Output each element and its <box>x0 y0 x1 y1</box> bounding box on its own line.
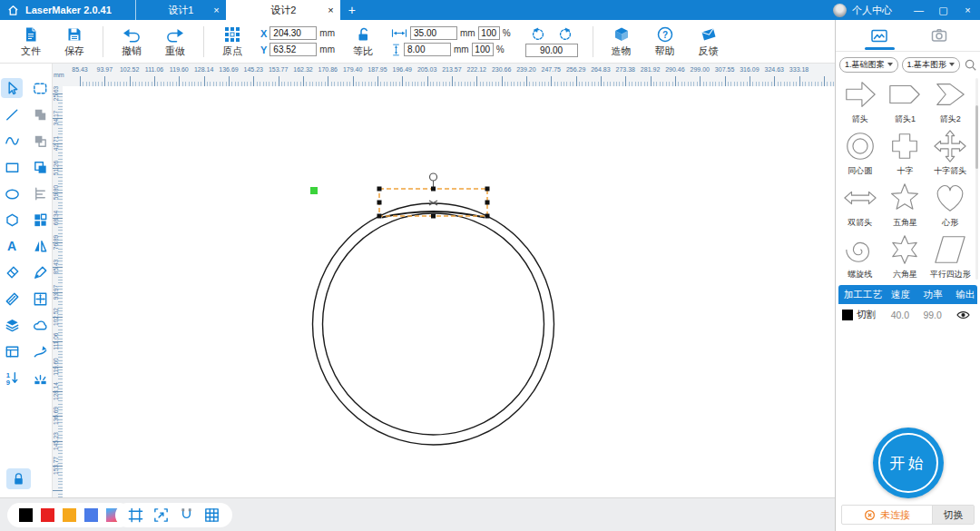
rotation-angle-input[interactable]: 90.00 <box>525 44 578 57</box>
grid-icon[interactable] <box>203 506 220 524</box>
tab-design2[interactable]: 设计2 × <box>226 0 340 20</box>
feedback-button[interactable]: 反馈 <box>687 25 730 58</box>
snap-magnet-icon[interactable] <box>178 506 195 524</box>
undo-button[interactable]: 撤销 <box>110 25 153 58</box>
ellipse-tool[interactable] <box>1 183 23 203</box>
process-power[interactable]: 99.0 <box>923 310 956 320</box>
subtract-tool[interactable] <box>29 131 51 151</box>
save-button[interactable]: 保存 <box>53 25 96 58</box>
rotate-cw-icon[interactable] <box>557 25 573 42</box>
cloud-tool[interactable] <box>29 315 51 335</box>
array-tool[interactable] <box>29 289 51 309</box>
search-icon[interactable] <box>964 58 977 72</box>
shape-item-double-arrow[interactable]: 双箭头 <box>838 180 883 231</box>
color-swatch-orange[interactable] <box>63 508 76 522</box>
shape-item-arrow1[interactable]: 箭头1 <box>883 76 928 128</box>
width-percent-sign: % <box>503 28 511 38</box>
shape-item-cross-arrow[interactable]: 十字箭头 <box>927 128 973 180</box>
process-row-cut[interactable]: 切割 40.0 99.0 <box>838 304 977 325</box>
text-tool[interactable]: A <box>1 236 23 256</box>
color-swatch-red[interactable] <box>41 508 54 522</box>
new-tab-button[interactable]: + <box>340 3 364 17</box>
align-tool[interactable] <box>29 183 51 203</box>
tab-camera[interactable] <box>921 25 957 46</box>
tab-design1-close-icon[interactable]: × <box>213 5 219 15</box>
panel-tool[interactable] <box>1 341 23 361</box>
shape-item-spiral[interactable]: 螺旋线 <box>838 231 883 283</box>
switch-label: 切换 <box>944 508 964 522</box>
color-swatch-black[interactable] <box>19 508 33 522</box>
y-position-input[interactable]: 63.52 <box>270 43 317 56</box>
color-swatch-blue[interactable] <box>84 508 98 522</box>
window-close-button[interactable]: × <box>956 5 980 15</box>
pattern-tool[interactable] <box>29 210 51 230</box>
start-button[interactable]: 开始 <box>873 428 944 498</box>
measure-tool[interactable] <box>1 289 23 309</box>
width-percent-input[interactable]: 100 <box>478 26 500 40</box>
select-tool[interactable] <box>1 78 23 98</box>
shape-item-cross[interactable]: 十字 <box>883 128 928 180</box>
canvas-lock-button[interactable] <box>6 468 31 489</box>
shape-item-arrow2[interactable]: 箭头2 <box>927 76 973 128</box>
line-tool[interactable] <box>1 104 23 124</box>
proportional-lock-button[interactable]: 等比 <box>341 25 385 58</box>
shape-item-arrow[interactable]: 箭头 <box>838 76 883 128</box>
node-edit-tool[interactable] <box>29 262 51 282</box>
user-center-button[interactable]: 个人中心 <box>852 4 892 17</box>
category-dropdown-primary[interactable]: 1.基础图案 <box>839 57 898 73</box>
window-minimize-button[interactable]: — <box>906 5 931 15</box>
ellipse-icon <box>4 185 21 202</box>
rotate-ccw-icon[interactable] <box>530 25 546 42</box>
tab-design2-close-icon[interactable]: × <box>328 5 333 15</box>
create-button[interactable]: 造物 <box>600 25 643 58</box>
shape-scrollbar-thumb[interactable] <box>975 105 978 169</box>
process-speed[interactable]: 40.0 <box>891 310 924 320</box>
fit-selection-icon[interactable] <box>152 506 170 524</box>
polygon-tool[interactable] <box>1 210 23 230</box>
shape-item-concentric-circle[interactable]: 同心圆 <box>838 128 883 180</box>
width-icon <box>391 28 407 38</box>
shape-scrollbar[interactable] <box>975 78 978 280</box>
shape-item-parallelogram[interactable]: 平行四边形 <box>927 231 973 283</box>
layers-tool[interactable] <box>1 315 23 335</box>
outer-circle-shape[interactable] <box>313 203 554 445</box>
rectangle-tool[interactable] <box>1 157 23 177</box>
height-percent-input[interactable]: 100 <box>472 43 494 56</box>
help-button[interactable]: ? 帮助 <box>643 25 687 58</box>
user-avatar[interactable] <box>833 4 847 17</box>
home-icon[interactable] <box>0 5 25 16</box>
shape-item-star6[interactable]: 六角星 <box>883 231 928 283</box>
feedback-label: 反馈 <box>699 44 719 58</box>
height-input[interactable]: 8.00 <box>404 43 451 56</box>
eraser-tool[interactable] <box>1 262 23 282</box>
tab-design1[interactable]: 设计1 × <box>135 0 226 20</box>
curve-tool[interactable] <box>1 131 23 151</box>
x-position-input[interactable]: 204.30 <box>270 26 317 40</box>
window-maximize-button[interactable]: ▢ <box>931 5 956 16</box>
arrow1-shape-icon <box>886 77 924 112</box>
tab-shape-library[interactable] <box>861 25 897 46</box>
path-tool[interactable] <box>29 341 51 361</box>
shape-item-star5[interactable]: 五角星 <box>883 180 928 231</box>
rectangle-icon <box>4 159 21 176</box>
width-input[interactable]: 35.00 <box>410 26 457 40</box>
design-canvas[interactable] <box>63 86 835 497</box>
switch-device-button[interactable]: 切换 <box>932 506 974 524</box>
marquee-select-tool[interactable] <box>29 78 51 98</box>
category-dropdown-secondary[interactable]: 1.基本图形 <box>902 57 961 73</box>
mirror-tool[interactable] <box>29 236 51 256</box>
eraser-icon <box>4 264 21 281</box>
file-button[interactable]: 文件 <box>9 25 53 58</box>
weld-tool[interactable] <box>29 368 51 388</box>
visibility-eye-icon[interactable] <box>956 310 971 320</box>
origin-button[interactable]: 原点 <box>211 25 254 58</box>
shape-item-heart[interactable]: 心形 <box>927 180 973 231</box>
connection-status[interactable]: 未连接 <box>842 508 932 522</box>
intersect-tool[interactable] <box>29 157 51 177</box>
sort-tool[interactable]: 19 <box>1 368 23 388</box>
inner-circle-shape[interactable] <box>323 213 544 435</box>
union-tool[interactable] <box>29 104 51 124</box>
work-frame-icon[interactable] <box>127 506 144 524</box>
redo-button[interactable]: 重做 <box>153 25 197 58</box>
rotation-handle[interactable] <box>430 173 437 181</box>
